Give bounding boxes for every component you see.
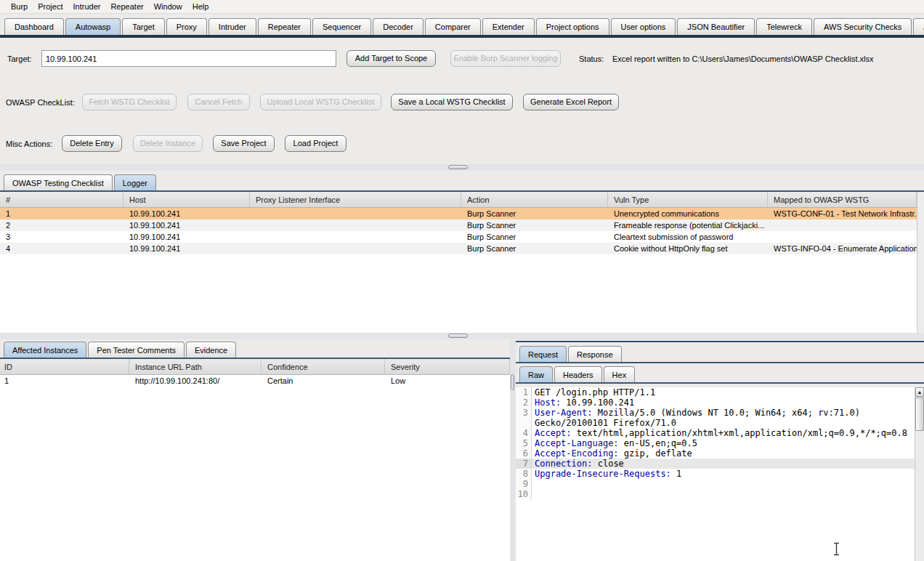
view-tab-headers[interactable]: Headers: [554, 366, 602, 382]
menu-window[interactable]: Window: [149, 1, 187, 12]
tab-proxy[interactable]: Proxy: [166, 18, 207, 35]
splitter-grip[interactable]: [448, 165, 468, 169]
raw-tab-underline: [516, 382, 924, 384]
delete-instance-button[interactable]: Delete Instance: [133, 135, 203, 152]
tab-extender[interactable]: Extender: [482, 18, 535, 35]
menu-help[interactable]: Help: [187, 1, 214, 12]
line-text: Upgrade-Insecure-Requests: 1: [532, 469, 924, 479]
table-cell: 10.99.100.241: [123, 244, 250, 253]
line-text: User-Agent: Mozilla/5.0 (Windows NT 10.0…: [532, 408, 924, 418]
instances-tab-affected-instances[interactable]: Affected Instances: [4, 342, 86, 358]
logger-tab-owasp-testing-checklist[interactable]: OWASP Testing Checklist: [4, 174, 113, 190]
column-header-vuln-type[interactable]: Vuln Type: [608, 192, 768, 207]
tab-dashboard[interactable]: Dashboard: [4, 18, 64, 35]
logger-tab-logger[interactable]: Logger: [114, 174, 156, 190]
menu-project[interactable]: Project: [33, 1, 68, 12]
column-header-instance-url-path[interactable]: Instance URL Path: [129, 359, 262, 374]
column-header-[interactable]: #: [0, 192, 123, 207]
table-row[interactable]: 1http://10.99.100.241:80/CertainLow: [0, 375, 510, 387]
scroll-up-arrow-icon[interactable]: ▲: [915, 387, 924, 397]
target-input[interactable]: [41, 50, 336, 67]
logger-panel: OWASP Testing ChecklistLogger #HostProxy…: [0, 174, 924, 333]
logger-scrollbar-track[interactable]: [917, 192, 924, 333]
tab-target[interactable]: Target: [122, 18, 165, 35]
column-header-action[interactable]: Action: [461, 192, 608, 207]
scrollbar-thumb[interactable]: [915, 397, 924, 431]
save-local-wstg-checklist-button[interactable]: Save a Local WSTG Checklist: [391, 94, 513, 110]
line-number: 8: [516, 469, 532, 479]
view-tab-raw[interactable]: Raw: [519, 366, 553, 382]
request-line: 5Accept-Language: en-US,en;q=0.5: [516, 438, 924, 448]
misc-actions-label: Misc Actions:: [6, 140, 52, 148]
request-line: 10: [516, 489, 924, 499]
tab-repeater[interactable]: Repeater: [258, 18, 311, 35]
request-line: 2Host: 10.99.100.241: [516, 397, 924, 408]
table-row[interactable]: 110.99.100.241Burp ScannerUnencrypted co…: [0, 208, 917, 219]
vertical-splitter[interactable]: [510, 341, 516, 561]
delete-entry-button[interactable]: Delete Entry: [62, 135, 122, 152]
table-cell: Burp Scanner: [461, 233, 608, 241]
horizontal-splitter-top[interactable]: [0, 164, 924, 171]
column-header-confidence[interactable]: Confidence: [262, 359, 385, 374]
generate-excel-report-button[interactable]: Generate Excel Report: [523, 94, 619, 110]
load-project-button[interactable]: Load Project: [285, 135, 346, 152]
table-cell: Cleartext submission of password: [608, 233, 768, 241]
editor-scrollbar[interactable]: ▲: [915, 387, 924, 561]
tab-decoder[interactable]: Decoder: [373, 18, 423, 35]
tab-intruder[interactable]: Intruder: [208, 18, 256, 35]
view-tab-hex[interactable]: Hex: [604, 366, 636, 382]
tab-json-beautifier[interactable]: JSON Beautifier: [677, 18, 755, 35]
table-cell: 3: [0, 233, 123, 241]
column-header-id[interactable]: ID: [0, 359, 129, 374]
table-cell: 1: [0, 209, 123, 218]
line-text: Accept-Encoding: gzip, deflate: [532, 448, 924, 459]
table-cell: Burp Scanner: [461, 244, 608, 253]
line-text: [532, 489, 924, 499]
line-text: Connection: close: [532, 459, 924, 469]
table-cell: Certain: [262, 376, 385, 385]
table-row[interactable]: 310.99.100.241Burp ScannerCleartext subm…: [0, 231, 917, 243]
tab-underline: [0, 35, 924, 38]
fetch-wstg-checklist-button[interactable]: Fetch WSTG Checklist: [82, 94, 177, 110]
table-cell: WSTG-INFO-04 - Enumerate Application...: [768, 244, 917, 253]
menu-burp[interactable]: Burp: [6, 1, 33, 12]
table-cell: 2: [0, 221, 123, 230]
tab-telewreck[interactable]: Telewreck: [756, 18, 812, 35]
tab-aws-signer[interactable]: AWS Signer: [913, 18, 924, 35]
tab-aws-security-checks[interactable]: AWS Security Checks: [814, 18, 912, 35]
column-header-proxy-listener-interface[interactable]: Proxy Listener Interface: [250, 192, 461, 207]
column-header-severity[interactable]: Severity: [385, 359, 510, 374]
enable-burp-scanner-logging-button[interactable]: Enable Burp Scanner logging: [450, 50, 561, 67]
add-target-to-scope-button[interactable]: Add Target to Scope: [346, 50, 436, 67]
tab-project-options[interactable]: Project options: [536, 18, 609, 35]
save-project-button[interactable]: Save Project: [213, 135, 275, 152]
splitter-grip[interactable]: [448, 334, 468, 338]
request-line: Gecko/20100101 Firefox/71.0: [516, 418, 924, 428]
column-header-mapped-to-owasp-wstg[interactable]: Mapped to OWASP WSTG: [768, 192, 917, 207]
instances-tab-evidence[interactable]: Evidence: [186, 342, 236, 358]
tab-comparer[interactable]: Comparer: [425, 18, 481, 35]
message-tab-response[interactable]: Response: [568, 346, 622, 362]
instances-tab-pen-tester-comments[interactable]: Pen Tester Comments: [88, 342, 185, 358]
splitter-grip[interactable]: [511, 374, 514, 390]
request-raw-editor[interactable]: 1GET /login.php HTTP/1.12Host: 10.99.100…: [516, 387, 924, 561]
tab-user-options[interactable]: User options: [611, 18, 676, 35]
horizontal-splitter-bottom[interactable]: [0, 333, 924, 339]
line-text: [532, 479, 924, 489]
status-label: Status:: [579, 55, 604, 63]
request-response-panel: RequestResponse RawHeadersHex 1GET /logi…: [516, 341, 924, 561]
line-number: [516, 418, 532, 428]
table-row[interactable]: 410.99.100.241Burp ScannerCookie without…: [0, 243, 917, 254]
column-header-host[interactable]: Host: [123, 192, 250, 207]
upload-local-wstg-checklist-button[interactable]: Upload Local WSTG Checklist: [260, 94, 381, 110]
logger-table: #HostProxy Listener InterfaceActionVuln …: [0, 192, 917, 333]
table-cell: 10.99.100.241: [123, 209, 250, 218]
menu-intruder[interactable]: Intruder: [68, 1, 106, 12]
cancel-fetch-button[interactable]: Cancel Fetch: [187, 94, 250, 110]
message-tab-request[interactable]: Request: [519, 346, 567, 362]
table-row[interactable]: 210.99.100.241Burp ScannerFrameable resp…: [0, 219, 917, 231]
menu-repeater[interactable]: Repeater: [105, 1, 148, 12]
tab-sequencer[interactable]: Sequencer: [312, 18, 371, 35]
tab-autowasp[interactable]: Autowasp: [65, 18, 121, 35]
status-text: Excel report written to C:\Users\James\D…: [612, 55, 873, 63]
